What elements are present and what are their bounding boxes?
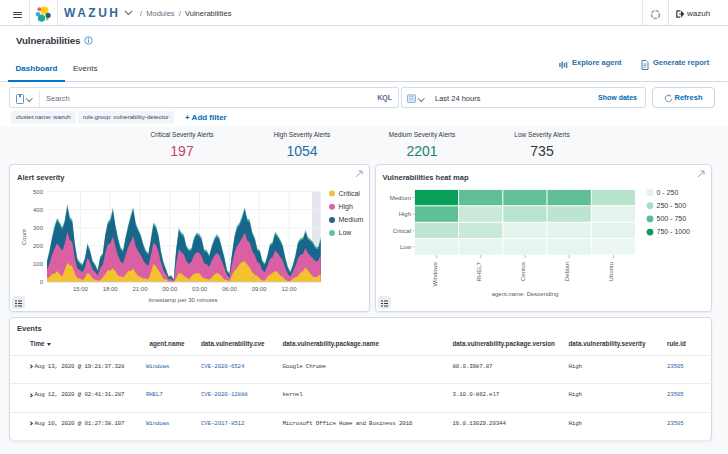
svg-text:06:00: 06:00 [222,286,238,292]
svg-text:500 - 750: 500 - 750 [656,215,686,222]
svg-text:300: 300 [33,225,44,231]
svg-text:Ubuntu: Ubuntu [608,262,614,281]
svg-text:High: High [398,211,410,217]
svg-text:Low: Low [399,244,411,250]
svg-text:400: 400 [33,207,44,213]
svg-text:0 - 250: 0 - 250 [656,189,678,196]
svg-text:250 - 500: 250 - 500 [656,202,686,209]
svg-text:00:00: 00:00 [162,286,178,292]
svg-text:21:00: 21:00 [132,286,148,292]
svg-text:Critical: Critical [392,228,410,234]
svg-text:Critical: Critical [339,190,361,197]
svg-text:12:00: 12:00 [281,286,297,292]
svg-text:18:00: 18:00 [103,286,119,292]
svg-text:Medium: Medium [339,216,364,223]
svg-text:agent.name: Descending: agent.name: Descending [491,291,558,297]
svg-text:Low: Low [339,229,353,236]
svg-text:Debian: Debian [564,262,570,281]
svg-text:High: High [339,203,354,211]
svg-text:100: 100 [33,261,44,267]
svg-text:Medium: Medium [389,195,410,201]
svg-text:03:00: 03:00 [192,286,208,292]
svg-text:Windows: Windows [431,262,437,286]
svg-text:09:00: 09:00 [252,286,268,292]
svg-text:500: 500 [33,189,44,195]
svg-text:RHEL7: RHEL7 [475,261,481,281]
svg-text:200: 200 [33,243,44,249]
svg-text:Centos: Centos [520,262,526,281]
svg-text:15:00: 15:00 [73,286,89,292]
svg-text:750 - 1000: 750 - 1000 [656,228,690,235]
svg-text:Count: Count [21,229,27,245]
svg-text:timestamp per 30 minutes: timestamp per 30 minutes [148,297,217,303]
svg-text:0: 0 [40,279,44,285]
